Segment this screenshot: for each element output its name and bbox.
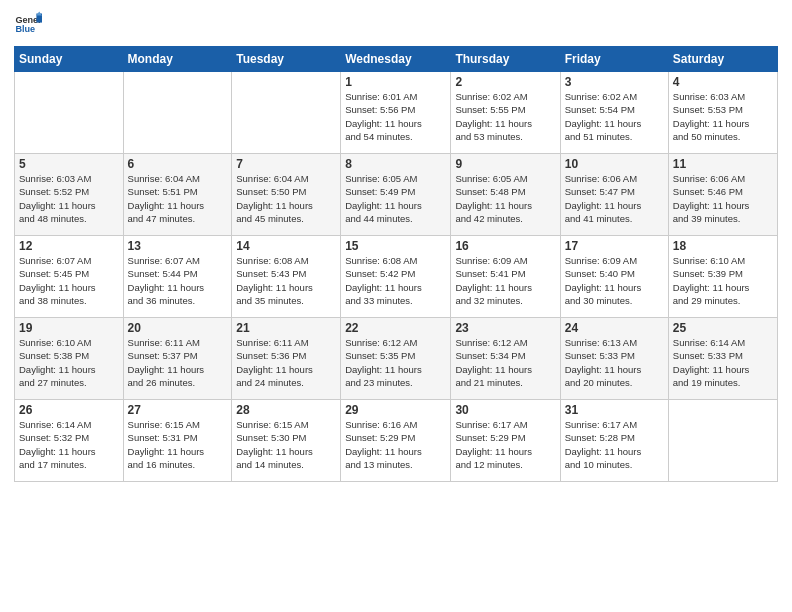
calendar-cell: 28Sunrise: 6:15 AMSunset: 5:30 PMDayligh… (232, 400, 341, 482)
day-info: Sunrise: 6:10 AMSunset: 5:38 PMDaylight:… (19, 336, 119, 389)
day-info: Sunrise: 6:06 AMSunset: 5:47 PMDaylight:… (565, 172, 664, 225)
day-number: 14 (236, 239, 336, 253)
day-info: Sunrise: 6:09 AMSunset: 5:41 PMDaylight:… (455, 254, 555, 307)
weekday-header-cell: Friday (560, 47, 668, 72)
calendar-cell: 14Sunrise: 6:08 AMSunset: 5:43 PMDayligh… (232, 236, 341, 318)
day-number: 2 (455, 75, 555, 89)
logo: General Blue (14, 10, 42, 38)
weekday-header-cell: Sunday (15, 47, 124, 72)
day-info: Sunrise: 6:14 AMSunset: 5:32 PMDaylight:… (19, 418, 119, 471)
day-info: Sunrise: 6:03 AMSunset: 5:53 PMDaylight:… (673, 90, 773, 143)
day-number: 3 (565, 75, 664, 89)
day-number: 28 (236, 403, 336, 417)
day-number: 30 (455, 403, 555, 417)
calendar-cell: 20Sunrise: 6:11 AMSunset: 5:37 PMDayligh… (123, 318, 232, 400)
day-info: Sunrise: 6:02 AMSunset: 5:55 PMDaylight:… (455, 90, 555, 143)
calendar-cell: 26Sunrise: 6:14 AMSunset: 5:32 PMDayligh… (15, 400, 124, 482)
calendar-cell (668, 400, 777, 482)
weekday-header: SundayMondayTuesdayWednesdayThursdayFrid… (15, 47, 778, 72)
calendar-cell (232, 72, 341, 154)
day-number: 12 (19, 239, 119, 253)
calendar-cell (15, 72, 124, 154)
calendar-cell: 31Sunrise: 6:17 AMSunset: 5:28 PMDayligh… (560, 400, 668, 482)
day-number: 11 (673, 157, 773, 171)
day-info: Sunrise: 6:05 AMSunset: 5:49 PMDaylight:… (345, 172, 446, 225)
day-info: Sunrise: 6:11 AMSunset: 5:37 PMDaylight:… (128, 336, 228, 389)
calendar-cell: 8Sunrise: 6:05 AMSunset: 5:49 PMDaylight… (341, 154, 451, 236)
day-number: 21 (236, 321, 336, 335)
day-number: 16 (455, 239, 555, 253)
calendar-cell: 3Sunrise: 6:02 AMSunset: 5:54 PMDaylight… (560, 72, 668, 154)
calendar-body: 1Sunrise: 6:01 AMSunset: 5:56 PMDaylight… (15, 72, 778, 482)
day-number: 24 (565, 321, 664, 335)
calendar-week-row: 5Sunrise: 6:03 AMSunset: 5:52 PMDaylight… (15, 154, 778, 236)
day-number: 13 (128, 239, 228, 253)
day-info: Sunrise: 6:10 AMSunset: 5:39 PMDaylight:… (673, 254, 773, 307)
day-number: 9 (455, 157, 555, 171)
day-info: Sunrise: 6:08 AMSunset: 5:42 PMDaylight:… (345, 254, 446, 307)
calendar-cell: 9Sunrise: 6:05 AMSunset: 5:48 PMDaylight… (451, 154, 560, 236)
calendar-cell: 6Sunrise: 6:04 AMSunset: 5:51 PMDaylight… (123, 154, 232, 236)
day-info: Sunrise: 6:04 AMSunset: 5:51 PMDaylight:… (128, 172, 228, 225)
day-number: 19 (19, 321, 119, 335)
calendar-cell: 30Sunrise: 6:17 AMSunset: 5:29 PMDayligh… (451, 400, 560, 482)
day-info: Sunrise: 6:01 AMSunset: 5:56 PMDaylight:… (345, 90, 446, 143)
day-info: Sunrise: 6:12 AMSunset: 5:34 PMDaylight:… (455, 336, 555, 389)
day-number: 1 (345, 75, 446, 89)
calendar-cell: 21Sunrise: 6:11 AMSunset: 5:36 PMDayligh… (232, 318, 341, 400)
weekday-header-cell: Thursday (451, 47, 560, 72)
day-info: Sunrise: 6:05 AMSunset: 5:48 PMDaylight:… (455, 172, 555, 225)
day-info: Sunrise: 6:14 AMSunset: 5:33 PMDaylight:… (673, 336, 773, 389)
day-info: Sunrise: 6:11 AMSunset: 5:36 PMDaylight:… (236, 336, 336, 389)
calendar-cell: 15Sunrise: 6:08 AMSunset: 5:42 PMDayligh… (341, 236, 451, 318)
day-info: Sunrise: 6:16 AMSunset: 5:29 PMDaylight:… (345, 418, 446, 471)
day-number: 20 (128, 321, 228, 335)
calendar-cell: 5Sunrise: 6:03 AMSunset: 5:52 PMDaylight… (15, 154, 124, 236)
calendar-cell: 29Sunrise: 6:16 AMSunset: 5:29 PMDayligh… (341, 400, 451, 482)
calendar-cell (123, 72, 232, 154)
day-info: Sunrise: 6:15 AMSunset: 5:31 PMDaylight:… (128, 418, 228, 471)
page-container: General Blue SundayMondayTuesdayWednesda… (0, 0, 792, 492)
svg-text:Blue: Blue (15, 24, 35, 34)
day-number: 6 (128, 157, 228, 171)
calendar-cell: 13Sunrise: 6:07 AMSunset: 5:44 PMDayligh… (123, 236, 232, 318)
calendar-cell: 4Sunrise: 6:03 AMSunset: 5:53 PMDaylight… (668, 72, 777, 154)
calendar-week-row: 19Sunrise: 6:10 AMSunset: 5:38 PMDayligh… (15, 318, 778, 400)
weekday-header-cell: Saturday (668, 47, 777, 72)
calendar-cell: 12Sunrise: 6:07 AMSunset: 5:45 PMDayligh… (15, 236, 124, 318)
day-info: Sunrise: 6:07 AMSunset: 5:45 PMDaylight:… (19, 254, 119, 307)
day-number: 23 (455, 321, 555, 335)
day-number: 10 (565, 157, 664, 171)
calendar-cell: 16Sunrise: 6:09 AMSunset: 5:41 PMDayligh… (451, 236, 560, 318)
calendar-cell: 27Sunrise: 6:15 AMSunset: 5:31 PMDayligh… (123, 400, 232, 482)
day-number: 26 (19, 403, 119, 417)
day-number: 22 (345, 321, 446, 335)
day-number: 17 (565, 239, 664, 253)
weekday-header-cell: Tuesday (232, 47, 341, 72)
day-info: Sunrise: 6:09 AMSunset: 5:40 PMDaylight:… (565, 254, 664, 307)
weekday-header-cell: Monday (123, 47, 232, 72)
weekday-header-cell: Wednesday (341, 47, 451, 72)
calendar-week-row: 26Sunrise: 6:14 AMSunset: 5:32 PMDayligh… (15, 400, 778, 482)
calendar-cell: 18Sunrise: 6:10 AMSunset: 5:39 PMDayligh… (668, 236, 777, 318)
day-info: Sunrise: 6:02 AMSunset: 5:54 PMDaylight:… (565, 90, 664, 143)
day-info: Sunrise: 6:04 AMSunset: 5:50 PMDaylight:… (236, 172, 336, 225)
day-info: Sunrise: 6:17 AMSunset: 5:28 PMDaylight:… (565, 418, 664, 471)
calendar-cell: 25Sunrise: 6:14 AMSunset: 5:33 PMDayligh… (668, 318, 777, 400)
day-number: 8 (345, 157, 446, 171)
day-number: 25 (673, 321, 773, 335)
day-info: Sunrise: 6:17 AMSunset: 5:29 PMDaylight:… (455, 418, 555, 471)
header: General Blue (14, 10, 778, 38)
logo-icon: General Blue (14, 10, 42, 38)
calendar-cell: 23Sunrise: 6:12 AMSunset: 5:34 PMDayligh… (451, 318, 560, 400)
day-info: Sunrise: 6:15 AMSunset: 5:30 PMDaylight:… (236, 418, 336, 471)
calendar-cell: 10Sunrise: 6:06 AMSunset: 5:47 PMDayligh… (560, 154, 668, 236)
day-info: Sunrise: 6:08 AMSunset: 5:43 PMDaylight:… (236, 254, 336, 307)
day-info: Sunrise: 6:03 AMSunset: 5:52 PMDaylight:… (19, 172, 119, 225)
day-number: 7 (236, 157, 336, 171)
calendar-table: SundayMondayTuesdayWednesdayThursdayFrid… (14, 46, 778, 482)
calendar-cell: 22Sunrise: 6:12 AMSunset: 5:35 PMDayligh… (341, 318, 451, 400)
calendar-week-row: 1Sunrise: 6:01 AMSunset: 5:56 PMDaylight… (15, 72, 778, 154)
day-number: 18 (673, 239, 773, 253)
day-number: 31 (565, 403, 664, 417)
